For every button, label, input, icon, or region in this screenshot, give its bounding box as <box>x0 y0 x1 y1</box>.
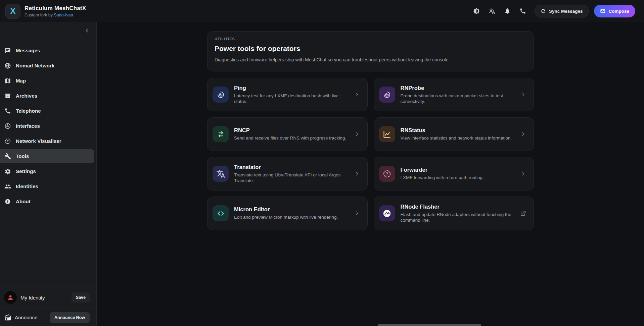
tool-title: RNStatus <box>401 127 520 133</box>
sidebar-item-interfaces[interactable]: Interfaces <box>0 119 94 133</box>
topbar: X Reticulum MeshChatX Custom fork by Sud… <box>0 0 644 22</box>
app-titles: Reticulum MeshChatX Custom fork by Sudo-… <box>25 5 86 17</box>
tool-title: RNode Flasher <box>401 204 520 210</box>
external-link-icon <box>520 210 526 216</box>
users-icon <box>4 183 11 190</box>
main-content: UTILITIES Power tools for operators Diag… <box>97 22 644 326</box>
tool-card-rnstatus[interactable]: RNStatus View interface statistics and n… <box>374 117 534 151</box>
chevron-right-icon <box>520 171 526 177</box>
announce-label: Announce <box>15 315 50 320</box>
sidebar-item-settings[interactable]: Settings <box>0 164 94 178</box>
chevron-left-icon <box>84 28 90 34</box>
sidebar-item-nomad-network[interactable]: Nomad Network <box>0 59 94 72</box>
sidebar-item-identities[interactable]: Identities <box>0 179 94 193</box>
sidebar-nav: Messages Nomad Network Map Archives Tele… <box>0 39 96 286</box>
save-button[interactable]: Save <box>72 292 90 303</box>
sidebar-item-tools[interactable]: Tools <box>0 149 94 163</box>
rnode-logo-icon <box>379 205 395 221</box>
app-logo[interactable]: X <box>5 4 20 19</box>
dashed-circle-question-icon <box>379 166 395 182</box>
sidebar-item-label: Identities <box>16 183 38 189</box>
sidebar-item-label: Messages <box>16 48 40 53</box>
sidebar-item-label: Map <box>16 78 26 84</box>
translate-button[interactable] <box>486 5 498 17</box>
notifications-button[interactable] <box>502 5 513 17</box>
telephone-button[interactable] <box>517 5 528 17</box>
horizontal-scrollbar-thumb[interactable] <box>378 324 481 326</box>
announce-now-button[interactable]: Announce Now <box>50 312 90 323</box>
sidebar-item-archives[interactable]: Archives <box>0 89 94 103</box>
tool-card-rnprobe[interactable]: RNProbe Probe destinations with custom p… <box>374 78 534 111</box>
tools-page: UTILITIES Power tools for operators Diag… <box>207 31 534 230</box>
sidebar-collapse-button[interactable] <box>82 26 92 35</box>
sidebar-item-network-visualiser[interactable]: Network Visualiser <box>0 134 94 148</box>
theme-toggle-button[interactable] <box>471 5 482 17</box>
chevron-right-icon <box>354 210 360 216</box>
app-subtitle: Custom fork by Sudo-Ivan <box>25 13 86 17</box>
tool-card-micron-editor[interactable]: Micron Editor Edit and preview Micron ma… <box>207 197 368 230</box>
mail-icon <box>600 8 605 14</box>
tool-description: Probe destinations with custom packet si… <box>401 93 517 105</box>
dashed-circle-question-icon <box>4 138 11 145</box>
sync-messages-label: Sync Messages <box>549 9 583 14</box>
section-label: UTILITIES <box>215 37 526 41</box>
sidebar-item-messages[interactable]: Messages <box>0 44 94 57</box>
tool-description: Send and receive files over RNS with pro… <box>234 135 351 141</box>
ping-radar-icon <box>213 87 229 103</box>
intro-card: UTILITIES Power tools for operators Diag… <box>207 31 534 71</box>
tool-card-rnode-flasher[interactable]: RNode Flasher Flash and update RNode ada… <box>374 197 534 230</box>
chevron-right-icon <box>354 92 360 98</box>
tool-card-rncp[interactable]: RNCP Send and receive files over RNS wit… <box>207 117 368 151</box>
brightness-icon <box>473 8 480 14</box>
app-title: Reticulum MeshChatX <box>25 5 86 12</box>
radio-icon <box>4 314 11 321</box>
tool-card-ping[interactable]: Ping Latency test for any LXMF destinati… <box>207 78 368 111</box>
map-icon <box>4 77 11 84</box>
phone-icon <box>519 8 526 14</box>
translate-icon <box>489 8 495 14</box>
tool-card-forwarder[interactable]: Forwarder LXMF forwarding with return pa… <box>374 157 534 191</box>
compose-button[interactable]: Compose <box>594 5 635 17</box>
transfer-arrows-icon <box>213 126 229 142</box>
bell-icon <box>504 8 511 14</box>
ping-radar-icon <box>379 87 395 103</box>
tool-description: LXMF forwarding with return path routing… <box>401 175 517 180</box>
network-hub-icon <box>4 123 11 129</box>
globe-icon <box>4 62 11 69</box>
tool-title: Ping <box>234 85 354 91</box>
sidebar-bottom: My Identity Save Announce Announce Now <box>0 286 96 326</box>
sidebar: Messages Nomad Network Map Archives Tele… <box>0 22 97 326</box>
compose-label: Compose <box>608 9 629 14</box>
topbar-right: Sync Messages Compose <box>471 5 635 17</box>
user-icon <box>7 294 14 301</box>
tool-card-translator[interactable]: Translator Translate text using LibreTra… <box>207 157 368 191</box>
app-logo-x: X <box>10 7 15 15</box>
tool-description: Latency test for any LXMF destination ha… <box>234 93 351 105</box>
refresh-icon <box>541 8 546 14</box>
page-description: Diagnostics and firmware helpers ship wi… <box>215 57 526 62</box>
sidebar-item-map[interactable]: Map <box>0 74 94 88</box>
subtitle-link[interactable]: Sudo-Ivan <box>54 13 73 17</box>
sidebar-item-about[interactable]: About <box>0 195 94 208</box>
line-chart-icon <box>379 126 395 142</box>
sidebar-item-label: Nomad Network <box>16 63 55 68</box>
identity-label: My Identity <box>20 295 72 301</box>
sidebar-item-label: Tools <box>16 153 29 159</box>
gear-icon <box>4 168 11 175</box>
tool-title: RNCP <box>234 127 354 133</box>
phone-icon <box>4 108 11 114</box>
tool-title: Translator <box>234 164 354 170</box>
tool-description: Edit and preview Micron markup with live… <box>234 214 351 220</box>
announce-row: Announce Announce Now <box>0 309 96 326</box>
chevron-right-icon <box>354 171 360 177</box>
sidebar-item-label: About <box>16 199 31 204</box>
topbar-icon-group <box>471 5 528 17</box>
sidebar-item-telephone[interactable]: Telephone <box>0 104 94 118</box>
tool-title: Micron Editor <box>234 206 354 213</box>
identity-row: My Identity Save <box>0 286 96 309</box>
sidebar-item-label: Interfaces <box>16 123 40 129</box>
code-icon <box>213 205 229 221</box>
tool-title: RNProbe <box>401 85 520 91</box>
sync-messages-button[interactable]: Sync Messages <box>535 5 589 17</box>
chevron-right-icon <box>354 131 360 137</box>
